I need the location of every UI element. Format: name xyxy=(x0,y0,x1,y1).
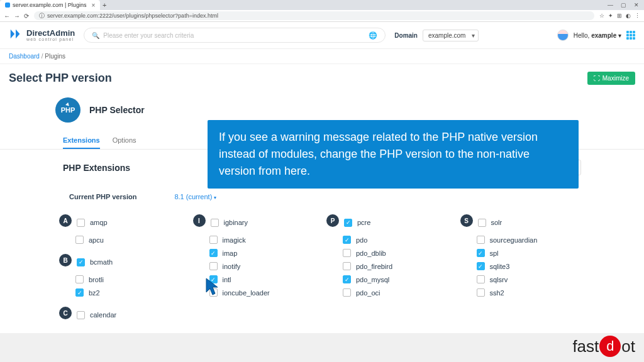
checkbox-pcre[interactable] xyxy=(344,219,352,227)
section-title: PHP Extensions xyxy=(63,163,130,173)
checkbox-pdo-firebird[interactable] xyxy=(343,262,351,270)
search-input[interactable]: 🔍 🌐 xyxy=(84,28,386,43)
ext-ssh2: ssh2 xyxy=(490,289,504,297)
ext-bz2: bz2 xyxy=(89,289,100,297)
ext-bcmath: bcmath xyxy=(90,258,113,266)
checkbox-solr[interactable] xyxy=(478,219,486,227)
address-bar: ← → ⟳ ⓘ server.example.com:2222/user/plu… xyxy=(0,10,644,21)
greeting: Hello, example ▾ xyxy=(574,32,621,39)
domain-dropdown[interactable]: example.com xyxy=(423,30,479,41)
maximize-window-icon[interactable]: ▢ xyxy=(621,2,626,8)
info-icon: ⓘ xyxy=(39,12,45,20)
breadcrumb-root[interactable]: Dashboard xyxy=(9,53,40,60)
brand-tagline: web control panel xyxy=(26,37,75,41)
star-icon[interactable]: ☆ xyxy=(599,13,604,19)
maximize-button[interactable]: ⛶ Maximize xyxy=(587,72,635,85)
search-field[interactable] xyxy=(103,32,365,39)
checkbox-apcu[interactable] xyxy=(75,236,84,244)
selector-title: PHP Selector xyxy=(89,105,145,115)
checkbox-pdo[interactable] xyxy=(343,236,351,244)
checkbox-igbinary[interactable] xyxy=(211,219,219,227)
close-icon[interactable]: × xyxy=(91,2,95,9)
letter-c: C xyxy=(59,307,72,319)
ext-inotify: inotify xyxy=(223,263,241,270)
expand-icon: ⛶ xyxy=(594,75,600,82)
new-tab-button[interactable]: + xyxy=(100,1,109,9)
version-dropdown[interactable]: 8.1 (current) xyxy=(174,193,216,200)
tab-title: server.example.com | Plugins xyxy=(13,2,86,8)
ext-amqp: amqp xyxy=(90,219,108,226)
php-badge-icon: PHP xyxy=(55,97,80,123)
checkbox-imap[interactable] xyxy=(209,249,218,257)
ext-imap: imap xyxy=(223,250,238,257)
checkbox-inotify[interactable] xyxy=(209,262,218,270)
ext-calendar: calendar xyxy=(90,311,116,319)
ext-intl: intl xyxy=(223,276,231,283)
ext-spl: spl xyxy=(490,250,499,257)
logo[interactable]: DirectAdmin web control panel xyxy=(9,27,75,43)
favicon-icon xyxy=(5,3,10,8)
reload-icon[interactable]: ⟳ xyxy=(24,13,29,19)
domain-label: Domain xyxy=(394,32,418,39)
letter-b: B xyxy=(59,254,72,266)
ext-sqlite3: sqlite3 xyxy=(490,263,510,270)
ext-brotli: brotli xyxy=(89,276,104,283)
ext-sourceguardian: sourceguardian xyxy=(490,236,538,244)
ext-sqlsrv: sqlsrv xyxy=(490,276,508,283)
checkbox-sqlsrv[interactable] xyxy=(477,275,485,283)
breadcrumb-current: Plugins xyxy=(45,53,65,60)
checkbox-ioncube[interactable] xyxy=(209,288,218,297)
ext-apcu: apcu xyxy=(89,236,104,244)
url-text: server.example.com:2222/user/plugins/php… xyxy=(47,13,218,19)
version-label: Current PHP version xyxy=(69,193,136,200)
ext-solr: solr xyxy=(491,219,502,226)
letter-s: S xyxy=(460,214,473,227)
ext-pdo-oci: pdo_oci xyxy=(356,289,380,297)
ext-pdo: pdo xyxy=(356,236,367,244)
page-title: Select PHP version xyxy=(9,72,112,85)
checkbox-pdo-mysql[interactable] xyxy=(343,275,351,283)
checkbox-sqlite3[interactable] xyxy=(477,262,485,270)
tab-extensions[interactable]: Extensions xyxy=(63,133,100,149)
forward-icon[interactable]: → xyxy=(14,13,20,19)
ext-imagick: imagick xyxy=(223,236,246,244)
checkbox-intl[interactable] xyxy=(209,275,218,283)
checkbox-amqp[interactable] xyxy=(77,219,85,227)
globe-icon[interactable]: 🌐 xyxy=(369,31,377,40)
profile-icon[interactable]: ◐ xyxy=(626,13,631,19)
checkbox-imagick[interactable] xyxy=(209,236,218,244)
app-header: DirectAdmin web control panel 🔍 🌐 Domain… xyxy=(0,22,644,49)
checkbox-ssh2[interactable] xyxy=(477,288,485,297)
checkbox-calendar[interactable] xyxy=(77,311,85,319)
puzzle-icon[interactable]: ⊞ xyxy=(617,13,622,19)
checkbox-bz2[interactable] xyxy=(75,288,84,297)
extension-icon[interactable]: ✦ xyxy=(608,13,613,19)
checkbox-bcmath[interactable] xyxy=(77,258,85,266)
letter-a: A xyxy=(59,214,72,227)
avatar[interactable] xyxy=(557,30,569,41)
ext-pdo-firebird: pdo_firebird xyxy=(356,263,392,270)
letter-p: P xyxy=(326,214,339,227)
checkbox-pdo-dblib[interactable] xyxy=(343,249,351,257)
checkbox-pdo-oci[interactable] xyxy=(343,288,351,297)
logo-icon xyxy=(9,27,23,43)
tab-options[interactable]: Options xyxy=(113,133,136,149)
ext-pdo-dblib: pdo_dblib xyxy=(356,250,386,257)
ext-pcre: pcre xyxy=(357,219,370,226)
ext-pdo-mysql: pdo_mysql xyxy=(356,276,389,283)
close-window-icon[interactable]: ✕ xyxy=(634,2,639,8)
ext-ioncube: ioncube_loader xyxy=(223,289,270,297)
checkbox-sourceguardian[interactable] xyxy=(477,236,485,244)
watermark: fastdot xyxy=(572,336,635,357)
menu-icon[interactable]: ⋮ xyxy=(635,13,640,19)
browser-tab[interactable]: server.example.com | Plugins × xyxy=(0,0,100,10)
url-input[interactable]: ⓘ server.example.com:2222/user/plugins/p… xyxy=(34,11,594,20)
ext-igbinary: igbinary xyxy=(224,219,248,226)
checkbox-spl[interactable] xyxy=(477,249,485,257)
back-icon[interactable]: ← xyxy=(4,13,10,19)
minimize-icon[interactable]: — xyxy=(608,2,613,8)
apps-grid-icon[interactable] xyxy=(626,31,635,40)
checkbox-brotli[interactable] xyxy=(75,275,84,283)
letter-i: I xyxy=(193,214,206,227)
help-overlay: If you see a warning message related to … xyxy=(208,120,579,189)
